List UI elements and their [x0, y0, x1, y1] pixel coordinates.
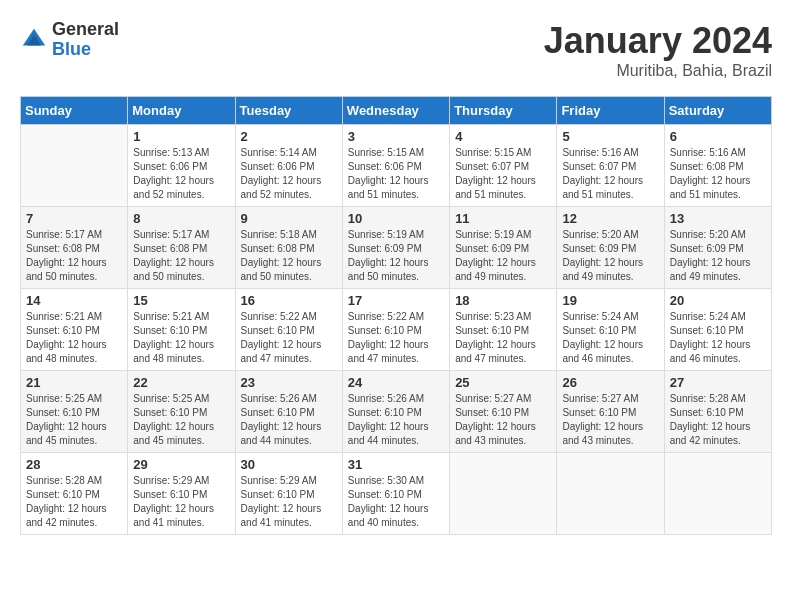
- day-number: 26: [562, 375, 658, 390]
- day-info: Sunrise: 5:15 AMSunset: 6:07 PMDaylight:…: [455, 146, 551, 202]
- calendar-week-row: 7Sunrise: 5:17 AMSunset: 6:08 PMDaylight…: [21, 207, 772, 289]
- day-number: 29: [133, 457, 229, 472]
- weekday-header: Tuesday: [235, 97, 342, 125]
- day-info: Sunrise: 5:20 AMSunset: 6:09 PMDaylight:…: [562, 228, 658, 284]
- calendar-cell: 19Sunrise: 5:24 AMSunset: 6:10 PMDayligh…: [557, 289, 664, 371]
- day-number: 20: [670, 293, 766, 308]
- weekday-header: Saturday: [664, 97, 771, 125]
- day-number: 21: [26, 375, 122, 390]
- day-number: 27: [670, 375, 766, 390]
- day-number: 17: [348, 293, 444, 308]
- day-number: 4: [455, 129, 551, 144]
- day-info: Sunrise: 5:22 AMSunset: 6:10 PMDaylight:…: [348, 310, 444, 366]
- page-header: General Blue January 2024 Muritiba, Bahi…: [20, 20, 772, 80]
- logo: General Blue: [20, 20, 119, 60]
- day-info: Sunrise: 5:22 AMSunset: 6:10 PMDaylight:…: [241, 310, 337, 366]
- weekday-header: Friday: [557, 97, 664, 125]
- day-number: 2: [241, 129, 337, 144]
- calendar-cell: 8Sunrise: 5:17 AMSunset: 6:08 PMDaylight…: [128, 207, 235, 289]
- calendar-week-row: 14Sunrise: 5:21 AMSunset: 6:10 PMDayligh…: [21, 289, 772, 371]
- calendar-cell: 31Sunrise: 5:30 AMSunset: 6:10 PMDayligh…: [342, 453, 449, 535]
- calendar-week-row: 21Sunrise: 5:25 AMSunset: 6:10 PMDayligh…: [21, 371, 772, 453]
- day-number: 1: [133, 129, 229, 144]
- calendar-cell: [21, 125, 128, 207]
- calendar-cell: 17Sunrise: 5:22 AMSunset: 6:10 PMDayligh…: [342, 289, 449, 371]
- calendar-cell: 30Sunrise: 5:29 AMSunset: 6:10 PMDayligh…: [235, 453, 342, 535]
- day-info: Sunrise: 5:21 AMSunset: 6:10 PMDaylight:…: [26, 310, 122, 366]
- day-number: 14: [26, 293, 122, 308]
- weekday-header-row: SundayMondayTuesdayWednesdayThursdayFrid…: [21, 97, 772, 125]
- day-info: Sunrise: 5:24 AMSunset: 6:10 PMDaylight:…: [670, 310, 766, 366]
- month-year: January 2024: [544, 20, 772, 62]
- day-info: Sunrise: 5:19 AMSunset: 6:09 PMDaylight:…: [348, 228, 444, 284]
- calendar-cell: [450, 453, 557, 535]
- logo-blue: Blue: [52, 40, 119, 60]
- day-info: Sunrise: 5:17 AMSunset: 6:08 PMDaylight:…: [133, 228, 229, 284]
- calendar-cell: 15Sunrise: 5:21 AMSunset: 6:10 PMDayligh…: [128, 289, 235, 371]
- day-number: 10: [348, 211, 444, 226]
- day-info: Sunrise: 5:27 AMSunset: 6:10 PMDaylight:…: [562, 392, 658, 448]
- day-info: Sunrise: 5:25 AMSunset: 6:10 PMDaylight:…: [133, 392, 229, 448]
- day-number: 5: [562, 129, 658, 144]
- calendar-cell: 6Sunrise: 5:16 AMSunset: 6:08 PMDaylight…: [664, 125, 771, 207]
- day-info: Sunrise: 5:20 AMSunset: 6:09 PMDaylight:…: [670, 228, 766, 284]
- day-info: Sunrise: 5:29 AMSunset: 6:10 PMDaylight:…: [241, 474, 337, 530]
- day-number: 23: [241, 375, 337, 390]
- day-info: Sunrise: 5:21 AMSunset: 6:10 PMDaylight:…: [133, 310, 229, 366]
- calendar-cell: 5Sunrise: 5:16 AMSunset: 6:07 PMDaylight…: [557, 125, 664, 207]
- calendar-cell: 4Sunrise: 5:15 AMSunset: 6:07 PMDaylight…: [450, 125, 557, 207]
- calendar-cell: 28Sunrise: 5:28 AMSunset: 6:10 PMDayligh…: [21, 453, 128, 535]
- calendar-cell: 3Sunrise: 5:15 AMSunset: 6:06 PMDaylight…: [342, 125, 449, 207]
- calendar-cell: 11Sunrise: 5:19 AMSunset: 6:09 PMDayligh…: [450, 207, 557, 289]
- calendar-cell: [557, 453, 664, 535]
- day-info: Sunrise: 5:28 AMSunset: 6:10 PMDaylight:…: [670, 392, 766, 448]
- calendar-table: SundayMondayTuesdayWednesdayThursdayFrid…: [20, 96, 772, 535]
- calendar-cell: 1Sunrise: 5:13 AMSunset: 6:06 PMDaylight…: [128, 125, 235, 207]
- calendar-cell: [664, 453, 771, 535]
- day-info: Sunrise: 5:29 AMSunset: 6:10 PMDaylight:…: [133, 474, 229, 530]
- day-info: Sunrise: 5:30 AMSunset: 6:10 PMDaylight:…: [348, 474, 444, 530]
- title-block: January 2024 Muritiba, Bahia, Brazil: [544, 20, 772, 80]
- day-info: Sunrise: 5:14 AMSunset: 6:06 PMDaylight:…: [241, 146, 337, 202]
- logo-icon: [20, 26, 48, 54]
- day-number: 25: [455, 375, 551, 390]
- day-number: 24: [348, 375, 444, 390]
- day-info: Sunrise: 5:13 AMSunset: 6:06 PMDaylight:…: [133, 146, 229, 202]
- calendar-cell: 9Sunrise: 5:18 AMSunset: 6:08 PMDaylight…: [235, 207, 342, 289]
- day-number: 19: [562, 293, 658, 308]
- day-info: Sunrise: 5:17 AMSunset: 6:08 PMDaylight:…: [26, 228, 122, 284]
- day-number: 22: [133, 375, 229, 390]
- day-info: Sunrise: 5:28 AMSunset: 6:10 PMDaylight:…: [26, 474, 122, 530]
- day-number: 9: [241, 211, 337, 226]
- day-number: 16: [241, 293, 337, 308]
- weekday-header: Thursday: [450, 97, 557, 125]
- day-number: 6: [670, 129, 766, 144]
- calendar-cell: 16Sunrise: 5:22 AMSunset: 6:10 PMDayligh…: [235, 289, 342, 371]
- day-info: Sunrise: 5:24 AMSunset: 6:10 PMDaylight:…: [562, 310, 658, 366]
- calendar-cell: 2Sunrise: 5:14 AMSunset: 6:06 PMDaylight…: [235, 125, 342, 207]
- calendar-cell: 13Sunrise: 5:20 AMSunset: 6:09 PMDayligh…: [664, 207, 771, 289]
- calendar-cell: 20Sunrise: 5:24 AMSunset: 6:10 PMDayligh…: [664, 289, 771, 371]
- calendar-cell: 29Sunrise: 5:29 AMSunset: 6:10 PMDayligh…: [128, 453, 235, 535]
- day-info: Sunrise: 5:27 AMSunset: 6:10 PMDaylight:…: [455, 392, 551, 448]
- day-info: Sunrise: 5:26 AMSunset: 6:10 PMDaylight:…: [241, 392, 337, 448]
- day-info: Sunrise: 5:16 AMSunset: 6:08 PMDaylight:…: [670, 146, 766, 202]
- logo-general: General: [52, 20, 119, 40]
- day-number: 15: [133, 293, 229, 308]
- day-info: Sunrise: 5:26 AMSunset: 6:10 PMDaylight:…: [348, 392, 444, 448]
- weekday-header: Sunday: [21, 97, 128, 125]
- calendar-cell: 25Sunrise: 5:27 AMSunset: 6:10 PMDayligh…: [450, 371, 557, 453]
- day-number: 11: [455, 211, 551, 226]
- calendar-cell: 7Sunrise: 5:17 AMSunset: 6:08 PMDaylight…: [21, 207, 128, 289]
- day-info: Sunrise: 5:15 AMSunset: 6:06 PMDaylight:…: [348, 146, 444, 202]
- calendar-week-row: 1Sunrise: 5:13 AMSunset: 6:06 PMDaylight…: [21, 125, 772, 207]
- calendar-cell: 12Sunrise: 5:20 AMSunset: 6:09 PMDayligh…: [557, 207, 664, 289]
- day-number: 12: [562, 211, 658, 226]
- logo-text: General Blue: [52, 20, 119, 60]
- calendar-cell: 24Sunrise: 5:26 AMSunset: 6:10 PMDayligh…: [342, 371, 449, 453]
- day-number: 30: [241, 457, 337, 472]
- day-info: Sunrise: 5:25 AMSunset: 6:10 PMDaylight:…: [26, 392, 122, 448]
- calendar-cell: 21Sunrise: 5:25 AMSunset: 6:10 PMDayligh…: [21, 371, 128, 453]
- calendar-cell: 18Sunrise: 5:23 AMSunset: 6:10 PMDayligh…: [450, 289, 557, 371]
- day-number: 18: [455, 293, 551, 308]
